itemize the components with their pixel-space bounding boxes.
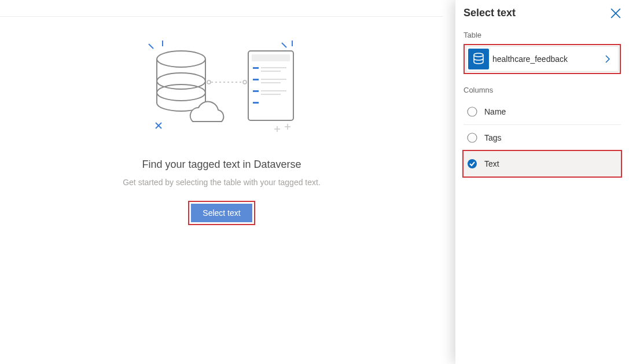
column-option-name[interactable]: Name: [464, 99, 621, 124]
panel-title: Select text: [464, 7, 516, 19]
svg-rect-20: [253, 90, 259, 92]
svg-point-2: [157, 51, 205, 67]
table-selector[interactable]: healthcare_feedback: [466, 46, 619, 72]
chevron-right-icon: [603, 54, 612, 64]
select-text-panel: Select text Table healthcare_feedback Co…: [455, 0, 629, 364]
radio-unchecked-icon: [467, 133, 477, 143]
column-option-text-highlight: Text: [462, 150, 622, 178]
svg-point-32: [468, 133, 477, 142]
table-selector-highlight: healthcare_feedback: [464, 44, 621, 74]
column-label: Text: [484, 159, 499, 168]
panel-header: Select text: [464, 7, 621, 19]
column-label: Name: [484, 107, 506, 116]
select-text-button[interactable]: Select text: [191, 204, 252, 222]
column-option-tags[interactable]: Tags: [464, 124, 621, 150]
select-text-highlight: Select text: [188, 201, 255, 225]
svg-point-9: [243, 80, 247, 84]
radio-unchecked-icon: [467, 106, 477, 117]
svg-rect-23: [253, 102, 259, 104]
table-name: healthcare_feedback: [492, 54, 603, 64]
svg-rect-13: [252, 54, 290, 61]
main-title: Find your tagged text in Dataverse: [142, 159, 301, 171]
svg-rect-14: [253, 67, 259, 69]
svg-line-0: [149, 44, 153, 49]
main-content: Find your tagged text in Dataverse Get s…: [0, 41, 443, 225]
svg-point-30: [474, 53, 483, 57]
svg-point-7: [207, 80, 211, 84]
illustration-dataverse: [146, 41, 297, 133]
column-label: Tags: [484, 133, 502, 142]
svg-rect-17: [253, 79, 259, 80]
columns-list: Name Tags Text: [464, 99, 621, 178]
svg-rect-18: [261, 79, 286, 80]
svg-rect-22: [261, 94, 281, 95]
svg-line-10: [282, 43, 286, 47]
table-section-label: Table: [464, 31, 621, 39]
svg-rect-15: [261, 67, 286, 68]
svg-rect-19: [261, 82, 281, 83]
svg-point-31: [468, 107, 477, 116]
svg-rect-16: [261, 71, 281, 72]
columns-section-label: Columns: [464, 86, 621, 94]
svg-rect-21: [261, 90, 286, 91]
svg-point-33: [468, 159, 477, 168]
main-subtitle: Get started by selecting the table with …: [123, 178, 321, 187]
svg-point-4: [157, 84, 205, 101]
database-icon: [468, 49, 489, 69]
column-option-text[interactable]: Text: [464, 151, 621, 177]
radio-checked-icon: [467, 159, 477, 169]
close-icon[interactable]: [610, 8, 621, 19]
top-divider: [0, 16, 443, 17]
